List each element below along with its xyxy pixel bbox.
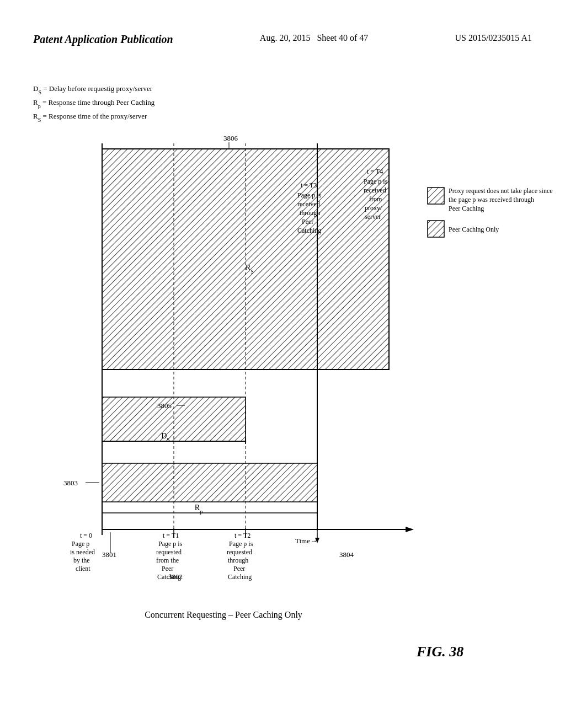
- bottom-title: Concurrent Requesting – Peer Caching Onl…: [145, 610, 302, 620]
- ref-3806: 3806: [223, 134, 238, 142]
- header: Patent Application Publication Aug. 20, …: [0, 33, 565, 46]
- t2-desc3: through: [228, 556, 248, 564]
- t4-desc4: proxy/: [365, 204, 382, 212]
- legend-hatch2-box: [428, 221, 444, 237]
- publication-title: Patent Application Publication: [33, 33, 173, 46]
- t0-desc2: is needed: [70, 548, 95, 556]
- t0-desc4: client: [76, 565, 90, 572]
- legend-ds: DS = Delay before requestig proxy/server: [33, 84, 153, 95]
- time-label: Time→: [295, 537, 317, 545]
- legend-hatch2-text: Peer Caching Only: [449, 226, 499, 233]
- ref-3801: 3801: [102, 550, 116, 559]
- t3-desc2: received: [297, 200, 320, 208]
- page-container: Patent Application Publication Aug. 20, …: [0, 0, 565, 728]
- t3-desc1: Page p is: [297, 191, 322, 199]
- ds-bar: [102, 397, 246, 441]
- t1-desc1: Page p is: [158, 540, 183, 548]
- sheet-info: Sheet 40 of 47: [317, 33, 368, 42]
- ref-3804: 3804: [339, 550, 354, 559]
- time-axis-arrow: [406, 527, 414, 532]
- patent-number: US 2015/0235015 A1: [455, 33, 532, 43]
- t3-desc3: through: [300, 209, 320, 217]
- t2-desc2: requested: [227, 548, 252, 556]
- t1-desc3: from the: [156, 556, 179, 564]
- t3-desc4: Peer: [302, 218, 313, 226]
- t1-label: t = T1: [163, 532, 179, 539]
- header-center: Aug. 20, 2015 Sheet 40 of 47: [260, 33, 368, 43]
- t1-desc5: Catching: [157, 573, 181, 581]
- t4-desc5: server: [365, 213, 381, 221]
- legend-hatch1-box: [428, 188, 444, 204]
- t0-desc1: Page p: [72, 540, 89, 548]
- ref-3803: 3803: [63, 479, 78, 487]
- t4-desc2: received: [364, 186, 386, 194]
- legend-hatch1-text1: Proxy request does not take place since: [449, 187, 553, 195]
- legend-hatch1-text3: Peer Caching: [449, 205, 484, 212]
- pub-date: Aug. 20, 2015: [260, 33, 311, 42]
- t2-desc5: Catching: [228, 573, 252, 581]
- t2-label: t = T2: [234, 532, 250, 539]
- t0-desc3: by the: [73, 556, 90, 564]
- main-diagram: DS = Delay before requestig proxy/server…: [30, 77, 560, 684]
- t4-desc3: from: [369, 195, 382, 203]
- t2-desc1: Page p is: [229, 540, 253, 548]
- t0-label: t = 0: [80, 532, 92, 539]
- t3-label: t = T3: [301, 181, 317, 189]
- t4-desc1: Page p is: [364, 178, 388, 185]
- fig-label: FIG. 38: [416, 644, 463, 660]
- legend-hatch1-text2: the page p was received through: [449, 196, 534, 204]
- ref-3805: 3805: [157, 402, 172, 410]
- t3-desc5: Catching: [297, 227, 321, 234]
- t4-label: t = T4: [367, 168, 383, 175]
- main-left-bar: [102, 149, 317, 370]
- t1-desc2: requested: [156, 548, 182, 556]
- legend-rs: RS = Response time of the proxy/server: [33, 112, 147, 123]
- t1-desc4: Peer: [162, 565, 173, 572]
- rp-bar: [102, 463, 317, 502]
- legend-rp: Rp = Response time through Peer Caching: [33, 98, 155, 109]
- t2-desc4: Peer: [233, 565, 245, 572]
